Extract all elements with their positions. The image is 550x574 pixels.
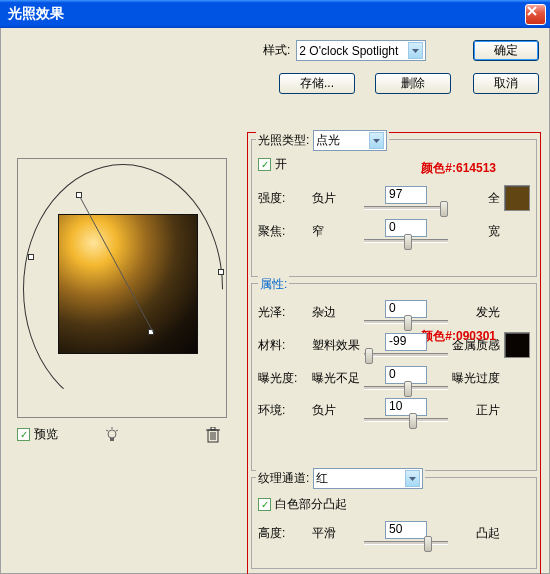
material-label: 材料: [258, 337, 312, 354]
focus-slider[interactable] [364, 239, 448, 243]
style-value: 2 O'clock Spotlight [299, 44, 398, 58]
height-input[interactable]: 50 [385, 521, 427, 539]
intensity-label: 强度: [258, 190, 312, 207]
chevron-down-icon [369, 132, 384, 149]
svg-line-0 [80, 197, 153, 332]
focus-label: 聚焦: [258, 223, 312, 240]
intensity-input[interactable]: 97 [385, 186, 427, 204]
white-high-checkbox[interactable]: ✓ 白色部分凸起 [258, 496, 530, 513]
props-legend: 属性: [258, 276, 289, 293]
light-color-swatch[interactable] [504, 185, 530, 211]
exposure-slider[interactable] [364, 386, 448, 390]
svg-line-4 [106, 430, 108, 431]
trash-icon[interactable] [206, 427, 220, 443]
delete-button[interactable]: 删除 [375, 73, 451, 94]
style-label: 样式: [263, 42, 290, 59]
ambience-slider[interactable] [364, 418, 448, 422]
intensity-slider[interactable] [364, 206, 448, 210]
ambient-color-swatch[interactable] [504, 332, 530, 358]
height-slider[interactable] [364, 541, 448, 545]
ambience-input[interactable]: 10 [385, 398, 427, 416]
chevron-down-icon [408, 42, 423, 59]
texture-select[interactable]: 红 [313, 468, 423, 489]
svg-rect-11 [211, 427, 215, 430]
style-select[interactable]: 2 O'clock Spotlight [296, 40, 426, 61]
gloss-label: 光泽: [258, 304, 312, 321]
material-input[interactable]: -99 [385, 333, 427, 351]
preview-canvas[interactable] [17, 158, 227, 418]
svg-line-5 [116, 430, 118, 431]
light-type-label: 光照类型: [258, 132, 309, 149]
chevron-down-icon [405, 470, 420, 487]
bulb-icon[interactable] [104, 427, 120, 443]
exposure-label: 曝光度: [258, 370, 312, 387]
gloss-slider[interactable] [364, 320, 448, 324]
svg-point-1 [108, 430, 116, 438]
texture-label: 纹理通道: [258, 470, 309, 487]
preview-label: 预览 [34, 426, 58, 443]
svg-rect-2 [110, 438, 114, 441]
ok-button[interactable]: 确定 [473, 40, 539, 61]
close-button[interactable] [525, 4, 546, 25]
window-title: 光照效果 [8, 5, 525, 23]
light-type-select[interactable]: 点光 [313, 130, 387, 151]
preview-checkbox[interactable]: ✓ 预览 [17, 426, 58, 443]
cancel-button[interactable]: 取消 [473, 73, 539, 94]
ambience-label: 环境: [258, 402, 312, 419]
store-button[interactable]: 存储... [279, 73, 355, 94]
height-label: 高度: [258, 525, 312, 542]
material-slider[interactable] [364, 353, 448, 357]
